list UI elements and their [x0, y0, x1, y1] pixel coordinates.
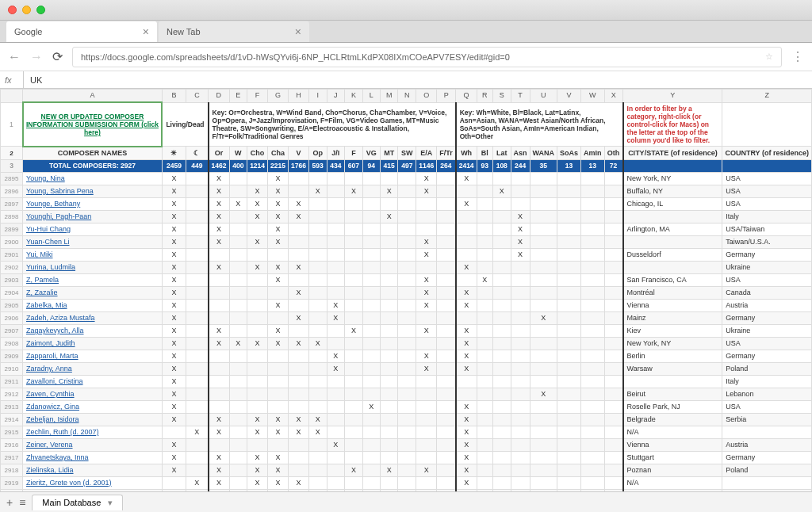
country-cell[interactable]: USA	[722, 197, 812, 210]
data-cell[interactable]	[477, 438, 492, 451]
data-cell[interactable]: X	[345, 464, 363, 476]
data-cell[interactable]: X	[247, 426, 268, 438]
data-cell[interactable]: X	[456, 350, 477, 362]
country-cell[interactable]: USA	[722, 185, 812, 197]
data-cell[interactable]	[398, 438, 416, 451]
data-cell[interactable]	[327, 210, 345, 223]
data-cell[interactable]	[247, 223, 268, 235]
data-cell[interactable]	[557, 235, 581, 248]
data-cell[interactable]	[530, 337, 557, 350]
data-cell[interactable]	[268, 388, 289, 400]
data-cell[interactable]	[530, 375, 557, 388]
data-cell[interactable]	[492, 286, 511, 299]
composer-name-link[interactable]: Zapparoli, Marta	[23, 350, 163, 362]
city-cell[interactable]	[623, 375, 722, 388]
data-cell[interactable]: X	[308, 413, 327, 426]
data-cell[interactable]: X	[288, 413, 308, 426]
data-cell[interactable]	[398, 375, 416, 388]
data-cell[interactable]	[362, 388, 380, 400]
data-cell[interactable]	[327, 261, 345, 273]
data-cell[interactable]	[511, 324, 530, 337]
data-cell[interactable]: X	[416, 185, 437, 197]
data-cell[interactable]	[477, 337, 492, 350]
data-cell[interactable]	[288, 362, 308, 375]
data-cell[interactable]: X	[162, 413, 186, 426]
city-cell[interactable]: Buffalo, NY	[623, 185, 722, 197]
city-cell[interactable]: New York, NY	[623, 337, 722, 350]
data-cell[interactable]	[362, 426, 380, 438]
data-cell[interactable]	[288, 388, 308, 400]
data-cell[interactable]: X	[209, 337, 229, 350]
data-cell[interactable]	[288, 438, 308, 451]
data-cell[interactable]	[345, 337, 363, 350]
data-cell[interactable]	[604, 185, 623, 197]
reload-icon[interactable]: ⟳	[52, 49, 63, 64]
data-cell[interactable]	[362, 464, 380, 476]
data-cell[interactable]: X	[345, 324, 363, 337]
data-cell[interactable]	[229, 350, 247, 362]
data-cell[interactable]: X	[511, 248, 530, 261]
data-cell[interactable]	[380, 337, 398, 350]
data-cell[interactable]	[327, 197, 345, 210]
data-cell[interactable]	[345, 273, 363, 286]
data-cell[interactable]	[380, 248, 398, 261]
city-cell[interactable]: Arlington, MA	[623, 223, 722, 235]
data-cell[interactable]	[477, 476, 492, 489]
data-cell[interactable]	[511, 261, 530, 273]
data-cell[interactable]	[557, 311, 581, 324]
data-cell[interactable]	[380, 362, 398, 375]
data-cell[interactable]	[345, 248, 363, 261]
data-cell[interactable]	[581, 311, 605, 324]
data-cell[interactable]	[380, 223, 398, 235]
data-cell[interactable]	[557, 261, 581, 273]
maximize-window-button[interactable]	[36, 6, 45, 14]
data-cell[interactable]	[345, 286, 363, 299]
data-cell[interactable]	[477, 375, 492, 388]
data-cell[interactable]	[186, 235, 209, 248]
data-cell[interactable]: X	[456, 451, 477, 464]
country-cell[interactable]: Italy	[722, 210, 812, 223]
data-cell[interactable]	[308, 197, 327, 210]
city-cell[interactable]: Montréal	[623, 286, 722, 299]
data-cell[interactable]: X	[162, 362, 186, 375]
data-cell[interactable]	[581, 248, 605, 261]
row-header[interactable]: 2904	[1, 286, 23, 299]
data-cell[interactable]	[247, 400, 268, 413]
form-link[interactable]: NEW OR UPDATED COMPOSER INFORMATION SUBM…	[23, 102, 163, 147]
composer-name-link[interactable]: Zhvanetskaya, Inna	[23, 451, 163, 464]
data-cell[interactable]	[456, 248, 477, 261]
data-cell[interactable]	[186, 324, 209, 337]
city-cell[interactable]: San Francisco, CA	[623, 273, 722, 286]
data-cell[interactable]	[308, 273, 327, 286]
data-cell[interactable]: X	[416, 172, 437, 185]
row-header[interactable]: 2908	[1, 337, 23, 350]
data-cell[interactable]	[362, 273, 380, 286]
data-cell[interactable]: X	[380, 464, 398, 476]
data-cell[interactable]	[581, 273, 605, 286]
data-cell[interactable]	[268, 438, 289, 451]
data-cell[interactable]	[581, 438, 605, 451]
data-cell[interactable]	[308, 311, 327, 324]
data-cell[interactable]	[247, 172, 268, 185]
data-cell[interactable]	[492, 426, 511, 438]
close-window-button[interactable]	[8, 6, 17, 14]
country-cell[interactable]: Serbia	[722, 413, 812, 426]
composer-name-link[interactable]: Zechlin, Ruth (d. 2007)	[23, 426, 163, 438]
data-cell[interactable]	[288, 464, 308, 476]
data-cell[interactable]: X	[288, 210, 308, 223]
data-cell[interactable]: X	[162, 197, 186, 210]
data-cell[interactable]	[186, 438, 209, 451]
data-cell[interactable]	[492, 223, 511, 235]
data-cell[interactable]	[581, 324, 605, 337]
data-cell[interactable]	[511, 172, 530, 185]
data-cell[interactable]	[581, 375, 605, 388]
data-cell[interactable]	[456, 311, 477, 324]
data-cell[interactable]	[327, 172, 345, 185]
city-cell[interactable]	[623, 261, 722, 273]
data-cell[interactable]	[477, 324, 492, 337]
data-cell[interactable]	[380, 197, 398, 210]
data-cell[interactable]	[229, 438, 247, 451]
data-cell[interactable]	[186, 400, 209, 413]
data-cell[interactable]	[530, 350, 557, 362]
data-cell[interactable]	[327, 388, 345, 400]
